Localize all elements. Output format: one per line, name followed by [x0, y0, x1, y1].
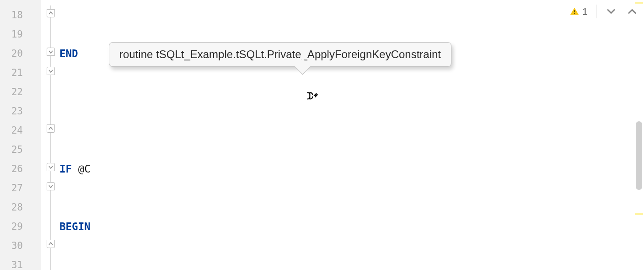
warnings-badge[interactable]: 1: [569, 6, 588, 17]
line-number: 23: [0, 102, 41, 121]
line-number: 26: [0, 159, 41, 178]
line-number: 27: [0, 178, 41, 198]
line-number: 22: [0, 82, 41, 102]
svg-rect-1: [574, 13, 575, 14]
line-number: 25: [0, 140, 41, 159]
warning-icon: [569, 6, 580, 16]
warning-count: 1: [582, 6, 588, 17]
vertical-scrollbar[interactable]: [636, 121, 642, 190]
tooltip-text: routine tSQLt_Example.tSQLt.Private_Appl…: [119, 48, 441, 60]
line-number: 20: [0, 44, 41, 63]
code-editor[interactable]: 1819202122232425262728293031 END IF @C B…: [0, 0, 644, 270]
line-number: 24: [0, 121, 41, 140]
hover-tooltip: routine tSQLt_Example.tSQLt.Private_Appl…: [109, 42, 451, 67]
prev-highlight-button[interactable]: [626, 5, 639, 18]
line-number: 21: [0, 63, 41, 82]
scroll-marker[interactable]: [635, 213, 643, 215]
line-number: 31: [0, 255, 41, 270]
keyword-begin: BEGIN: [59, 221, 91, 232]
code-area[interactable]: END IF @C BEGIN EXEC tSQLt.Private_Apply…: [41, 0, 644, 270]
scroll-marker[interactable]: [635, 2, 643, 4]
link-cursor-icon: [306, 92, 318, 104]
editor-status-bar: 1: [569, 5, 639, 18]
separator: [596, 5, 596, 18]
line-number: 18: [0, 5, 41, 25]
svg-rect-0: [574, 10, 575, 12]
keyword-if: IF: [59, 163, 72, 175]
gutter: 1819202122232425262728293031: [0, 0, 41, 270]
line-number: 30: [0, 236, 41, 255]
next-highlight-button[interactable]: [605, 5, 617, 18]
identifier: @C: [72, 163, 91, 175]
keyword-end: END: [59, 48, 78, 59]
line-number: 28: [0, 198, 41, 217]
line-number: 19: [0, 25, 41, 44]
line-number: 29: [0, 217, 41, 236]
